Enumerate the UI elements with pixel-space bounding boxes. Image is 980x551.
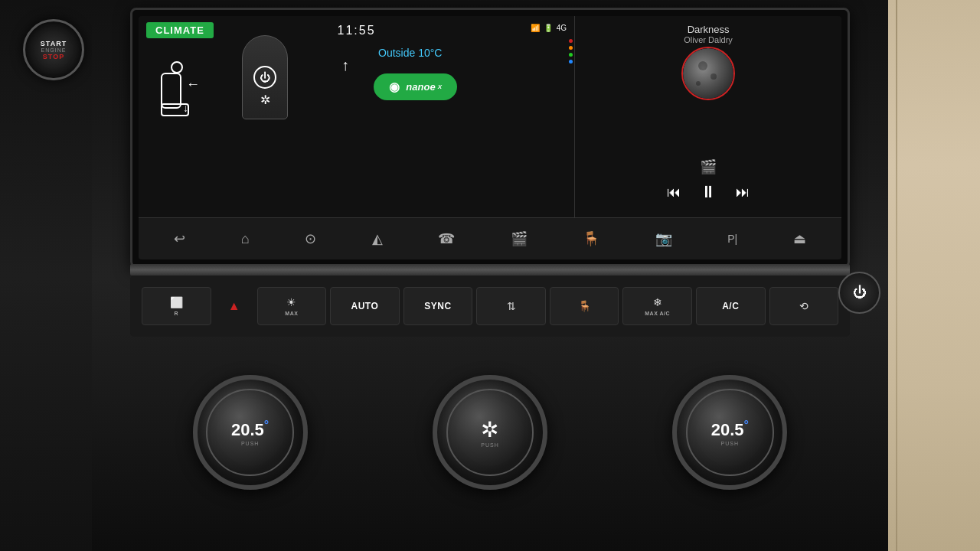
max-heat-button[interactable]: ☀ MAX <box>257 287 327 325</box>
center-fan-knob[interactable]: ✲ PUSH <box>433 375 547 490</box>
network-label: 4G <box>557 24 567 32</box>
seat-heat-button[interactable]: 🪑 <box>550 287 619 325</box>
climate-power-button[interactable]: ⏻ <box>838 272 880 314</box>
dot-orange <box>569 46 573 50</box>
crater-3 <box>696 81 701 86</box>
max-ac-icon: ❄ <box>653 296 662 308</box>
ac-label: A/C <box>722 301 739 311</box>
airflow-dir-icon: ⇅ <box>507 300 516 312</box>
nav-bar: ↩ ⌂ ⊙ ◭ ☎ 🎬 🪑 📷 P| ⏏ <box>139 217 841 259</box>
time-display: 11:55 <box>338 24 376 37</box>
svg-text:↓: ↓ <box>183 102 188 114</box>
media-playback-controls: ⏮ ⏸ ⏭ <box>575 182 841 202</box>
nav-home-button[interactable]: ⌂ <box>237 227 253 251</box>
center-fan-icon: ✲ <box>481 417 498 442</box>
left-temp-degree: ° <box>264 419 269 432</box>
battery-icon: 🔋 <box>544 24 553 32</box>
signal-icon: 📶 <box>531 24 540 32</box>
main-screen: CLIMATE 11:55 📶 🔋 4G Outside 10°C <box>139 16 841 259</box>
nanoe-label: nanoe X <box>406 81 442 93</box>
airflow-dir-button[interactable]: ⇅ <box>476 287 546 325</box>
fan-icon: ✲ <box>260 93 270 107</box>
svg-text:←: ← <box>186 77 200 92</box>
right-temp-knob-container: 20.5° PUSH <box>672 375 787 490</box>
recirculate-button[interactable]: ⟲ <box>769 287 839 325</box>
climate-power-icon[interactable]: ⏻ <box>253 66 276 89</box>
physical-controls-bar: ⬜ R ▲ ☀ MAX AUTO SYNC ⇅ 🪑 ❄ MAX A/C A/C … <box>130 276 850 337</box>
cd-slot <box>130 264 850 276</box>
pause-button[interactable]: ⏸ <box>700 182 717 202</box>
svg-point-2 <box>172 62 182 73</box>
crater-2 <box>710 73 717 80</box>
track-info: Darkness Oliver Daldry <box>575 24 841 44</box>
rear-demist-icon: ⬜ <box>170 296 183 308</box>
dot-blue <box>569 60 573 64</box>
car-silhouette: ⏻ ✲ <box>242 35 288 119</box>
seat-control-area[interactable]: ← ↓ <box>154 58 211 138</box>
media-section: Darkness Oliver Daldry 🎬 ⏮ ⏸ <box>574 16 841 217</box>
left-temp-value: 20.5° <box>231 419 269 440</box>
rewind-button[interactable]: ⏮ <box>667 184 681 201</box>
dot-red <box>569 39 573 43</box>
artist-name: Oliver Daldry <box>575 35 841 44</box>
max-ac-label: MAX A/C <box>645 311 670 316</box>
temp-indicator-dots <box>569 39 573 64</box>
right-temp-number: 20.5 <box>711 421 744 440</box>
crater-1 <box>698 61 707 70</box>
sync-button[interactable]: SYNC <box>403 287 473 325</box>
rear-demist-button[interactable]: ⬜ R <box>142 287 211 325</box>
right-knob-inner: 20.5° PUSH <box>711 419 749 445</box>
left-knob-inner: 20.5° PUSH <box>231 419 269 445</box>
right-temp-degree: ° <box>744 419 749 432</box>
nav-phone-button[interactable]: ☎ <box>434 227 459 251</box>
start-label: START <box>41 40 67 47</box>
nanoe-button[interactable]: ◉ nanoe X <box>374 73 457 100</box>
screen-bezel: CLIMATE 11:55 📶 🔋 4G Outside 10°C <box>130 8 850 268</box>
engine-label: ENGINE <box>41 47 67 53</box>
nav-navigation-button[interactable]: ◭ <box>368 227 387 251</box>
seat-heat-icon: 🪑 <box>578 300 591 312</box>
nav-connect-button[interactable]: ⊙ <box>301 227 320 251</box>
nav-exit-button[interactable]: ⏏ <box>789 227 810 251</box>
nanoe-text: nanoe <box>406 81 435 93</box>
recirculate-icon: ⟲ <box>799 300 808 312</box>
center-knob-inner: ✲ PUSH <box>481 417 498 448</box>
dot-green <box>569 53 573 57</box>
climate-car-visualization: ↑ ⏻ ✲ <box>230 35 299 150</box>
center-fan-knob-container: ✲ PUSH <box>433 375 547 490</box>
right-push-label: PUSH <box>721 441 739 446</box>
right-temp-value: 20.5° <box>711 419 749 440</box>
center-push-label: PUSH <box>481 442 498 448</box>
climate-section: CLIMATE 11:55 📶 🔋 4G Outside 10°C <box>139 16 574 217</box>
auto-button[interactable]: AUTO <box>330 287 400 325</box>
right-leather-trim <box>888 0 980 551</box>
seat-icon: ← ↓ <box>154 58 211 135</box>
rotary-knobs-area: 20.5° PUSH ✲ PUSH 20.5° <box>130 344 850 520</box>
sync-label: SYNC <box>424 301 451 311</box>
ac-button[interactable]: A/C <box>696 287 766 325</box>
airflow-arrow-icon: ↑ <box>341 57 349 74</box>
left-temp-number: 20.5 <box>231 421 264 440</box>
engine-start-stop-button[interactable]: START ENGINE STOP <box>23 19 84 80</box>
album-art[interactable] <box>681 47 735 100</box>
track-name: Darkness <box>575 24 841 35</box>
hazard-button[interactable]: ▲ <box>219 293 250 320</box>
nanoe-superscript: X <box>438 83 442 90</box>
nav-media-button[interactable]: 🎬 <box>507 227 531 251</box>
right-temperature-knob[interactable]: 20.5° PUSH <box>672 375 787 490</box>
power-icon: ⏻ <box>853 285 867 301</box>
left-temp-knob-container: 20.5° PUSH <box>193 375 308 490</box>
fast-forward-button[interactable]: ⏭ <box>736 184 750 201</box>
nav-camera-button[interactable]: 📷 <box>652 227 676 251</box>
center-console: CLIMATE 11:55 📶 🔋 4G Outside 10°C <box>92 0 888 551</box>
left-temperature-knob[interactable]: 20.5° PUSH <box>193 375 308 490</box>
auto-label: AUTO <box>351 301 379 311</box>
stop-label: STOP <box>43 53 64 60</box>
max-ac-button[interactable]: ❄ MAX A/C <box>622 287 692 325</box>
rear-demist-label: R <box>175 311 179 316</box>
media-film-icon: 🎬 <box>700 158 717 175</box>
nav-seat-button[interactable]: 🪑 <box>579 227 603 251</box>
nav-back-button[interactable]: ↩ <box>170 227 189 251</box>
nav-parking-button[interactable]: P| <box>724 229 741 249</box>
left-push-label: PUSH <box>241 441 259 446</box>
